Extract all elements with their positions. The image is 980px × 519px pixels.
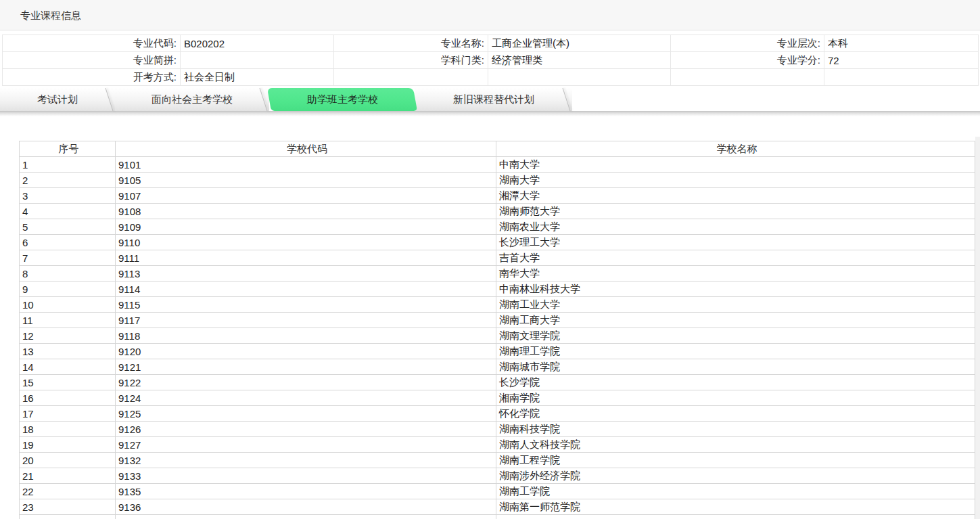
table-row: 13 9120 湖南理工学院 <box>20 344 975 359</box>
cell-school-name: 湖南人文科技学院 <box>496 437 975 453</box>
info-label-major-level: 专业层次: <box>671 35 824 52</box>
table-row: 5 9109 湖南农业大学 <box>20 219 975 235</box>
cell-index: 20 <box>20 453 116 468</box>
cell-school-name: 长沙学院 <box>496 375 975 390</box>
cell-school-name: 湖南大学 <box>496 173 975 188</box>
cell-school-name: 湖南农业大学 <box>496 219 975 235</box>
cell-index: 21 <box>20 468 116 484</box>
table-row: 23 9136 湖南第一师范学院 <box>20 499 975 515</box>
cell-index: 5 <box>20 219 116 235</box>
table-row: 2 9105 湖南大学 <box>20 173 975 188</box>
page-title: 专业课程信息 <box>20 9 81 21</box>
info-label-discipline: 学科门类: <box>334 52 488 69</box>
cell-school-code: 9125 <box>116 406 496 422</box>
cell-school-code: 9121 <box>116 359 496 375</box>
table-row: 22 9135 湖南工学院 <box>20 484 975 499</box>
tab-social-main-exam-schools[interactable]: 面向社会主考学校 <box>115 88 269 111</box>
tab-exam-plan-label: 考试计划 <box>37 93 78 105</box>
cell-school-code: 9127 <box>116 437 496 453</box>
info-value-discipline: 经济管理类 <box>488 52 671 69</box>
tab-bar-underline <box>0 111 980 116</box>
cell-school-name: 湖南工业大学 <box>496 297 975 313</box>
table-row-partial <box>20 515 975 519</box>
tab-course-replacement-plan[interactable]: 新旧课程替代计划 <box>415 88 572 111</box>
table-row: 17 9125 怀化学院 <box>20 406 975 422</box>
tab-study-class-main-exam-schools[interactable]: 助学班主考学校 <box>267 88 417 111</box>
tab-bar: 考试计划 面向社会主考学校 助学班主考学校 新旧课程替代计划 <box>0 88 980 111</box>
cell-school-code: 9126 <box>116 422 496 437</box>
vertical-scrollbar[interactable] <box>975 137 980 519</box>
tab-exam-plan[interactable]: 考试计划 <box>0 88 115 111</box>
cell-school-name: 湖南工商大学 <box>496 313 975 328</box>
table-row: 20 9132 湖南工程学院 <box>20 453 975 468</box>
info-label-credits: 专业学分: <box>671 52 824 69</box>
cell-index <box>20 515 116 519</box>
cell-school-code: 9135 <box>116 484 496 499</box>
cell-index: 8 <box>20 266 116 281</box>
school-table-header-row: 序号 学校代码 学校名称 <box>20 141 975 157</box>
cell-school-code: 9132 <box>116 453 496 468</box>
profession-info-table: 专业代码: B020202 专业名称: 工商企业管理(本) 专业层次: 本科 专… <box>2 35 979 86</box>
cell-school-name: 南华大学 <box>496 266 975 281</box>
table-row: 11 9117 湖南工商大学 <box>20 313 975 328</box>
cell-index: 15 <box>20 375 116 390</box>
table-row: 15 9122 长沙学院 <box>20 375 975 390</box>
cell-school-name: 湖南第一师范学院 <box>496 499 975 515</box>
cell-index: 12 <box>20 328 116 344</box>
info-value-credits: 72 <box>824 52 979 69</box>
column-header-index: 序号 <box>20 141 116 157</box>
cell-school-code <box>116 515 496 519</box>
cell-index: 19 <box>20 437 116 453</box>
table-row: 1 9101 中南大学 <box>20 157 975 173</box>
cell-school-name: 长沙理工大学 <box>496 235 975 250</box>
info-value-major-code: B020202 <box>181 35 334 52</box>
cell-school-name: 怀化学院 <box>496 406 975 422</box>
cell-index: 7 <box>20 250 116 266</box>
cell-school-name: 湖南科技学院 <box>496 422 975 437</box>
info-label-major-name: 专业名称: <box>334 35 488 52</box>
school-table: 序号 学校代码 学校名称 1 9101 中南大学 2 9105 湖南大学 <box>19 141 975 519</box>
tab-divider <box>259 88 267 111</box>
cell-index: 17 <box>20 406 116 422</box>
cell-school-name: 湖南工学院 <box>496 484 975 499</box>
cell-school-code: 9105 <box>116 173 496 188</box>
table-row: 21 9133 湖南涉外经济学院 <box>20 468 975 484</box>
tab-content-schools: 序号 学校代码 学校名称 1 9101 中南大学 2 9105 湖南大学 <box>0 116 980 519</box>
info-value-empty-1 <box>488 69 671 86</box>
cell-school-name: 湘南学院 <box>496 390 975 406</box>
table-row: 10 9115 湖南工业大学 <box>20 297 975 313</box>
cell-index: 1 <box>20 157 116 173</box>
cell-school-name: 吉首大学 <box>496 250 975 266</box>
cell-school-code: 9120 <box>116 344 496 359</box>
cell-school-name: 湖南工程学院 <box>496 453 975 468</box>
column-header-school-name: 学校名称 <box>496 141 975 157</box>
tab-divider <box>562 88 570 111</box>
cell-school-code: 9124 <box>116 390 496 406</box>
info-value-empty-2 <box>824 69 979 86</box>
school-table-body: 1 9101 中南大学 2 9105 湖南大学 3 9107 湘潭大学 <box>20 157 975 515</box>
info-label-major-code: 专业代码: <box>3 35 181 52</box>
table-row: 4 9108 湖南师范大学 <box>20 204 975 219</box>
table-row: 8 9113 南华大学 <box>20 266 975 281</box>
cell-index: 6 <box>20 235 116 250</box>
cell-school-name: 中南大学 <box>496 157 975 173</box>
tab-course-replacement-plan-label: 新旧课程替代计划 <box>453 93 534 105</box>
table-row: 7 9111 吉首大学 <box>20 250 975 266</box>
cell-index: 2 <box>20 173 116 188</box>
cell-index: 10 <box>20 297 116 313</box>
table-row: 14 9121 湖南城市学院 <box>20 359 975 375</box>
cell-school-code: 9113 <box>116 266 496 281</box>
cell-index: 3 <box>20 188 116 204</box>
cell-school-name: 中南林业科技大学 <box>496 281 975 297</box>
table-row: 16 9124 湘南学院 <box>20 390 975 406</box>
cell-school-name: 湖南文理学院 <box>496 328 975 344</box>
info-value-major-abbr <box>181 52 334 69</box>
cell-school-code: 9118 <box>116 328 496 344</box>
cell-index: 4 <box>20 204 116 219</box>
info-value-major-name: 工商企业管理(本) <box>488 35 671 52</box>
cell-school-code: 9108 <box>116 204 496 219</box>
cell-school-code: 9114 <box>116 281 496 297</box>
cell-index: 23 <box>20 499 116 515</box>
cell-school-code: 9117 <box>116 313 496 328</box>
cell-school-code: 9136 <box>116 499 496 515</box>
